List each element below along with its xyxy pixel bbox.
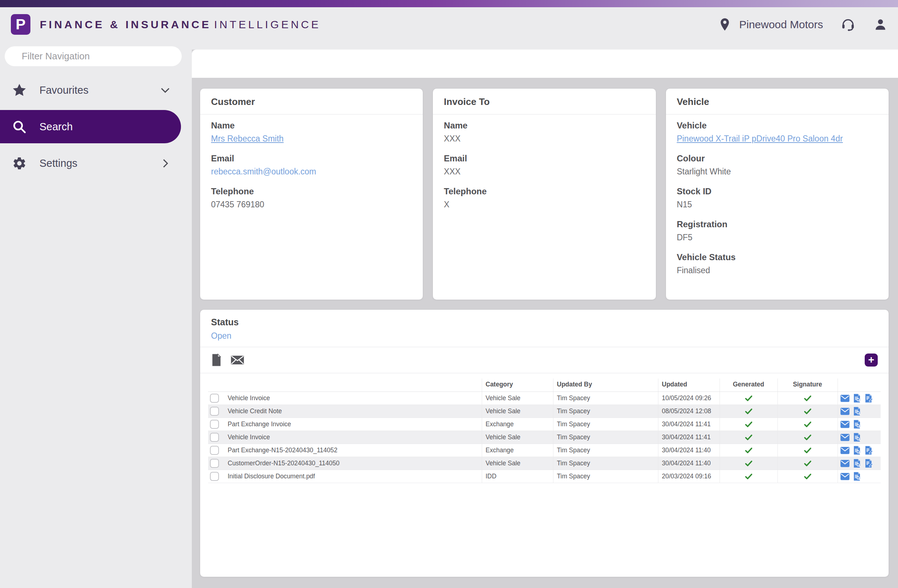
- generated-cell: [720, 444, 778, 457]
- updated-by-cell: Tim Spacey: [553, 444, 658, 457]
- header-right: Pinewood Motors: [718, 17, 887, 32]
- updated-by-cell: Tim Spacey: [553, 392, 658, 405]
- check-icon: [744, 433, 753, 441]
- generate-document-icon[interactable]: [211, 353, 222, 367]
- row-checkbox[interactable]: [210, 420, 219, 429]
- field-value: 07435 769180: [211, 200, 412, 209]
- status-panel-head: Status Open: [200, 310, 889, 347]
- add-document-label: +: [868, 354, 875, 365]
- category-cell: Vehicle Sale: [482, 392, 553, 405]
- table-row: Part Exchange InvoiceExchangeTim Spacey3…: [208, 418, 881, 431]
- field-value[interactable]: rebecca.smith@outlook.com: [211, 167, 412, 177]
- invoice-to-card: Invoice To NameXXXEmailXXXTelephoneX: [433, 89, 655, 299]
- category-cell: Vehicle Sale: [482, 405, 553, 418]
- send-email-icon[interactable]: [231, 355, 244, 365]
- column-header-signature: Signature: [778, 379, 838, 392]
- column-header-actions: [838, 379, 881, 392]
- email-document-icon[interactable]: [840, 419, 850, 429]
- edit-document-icon[interactable]: [864, 459, 874, 468]
- dealer-name[interactable]: Pinewood Motors: [739, 18, 823, 31]
- row-checkbox[interactable]: [210, 459, 219, 468]
- row-checkbox[interactable]: [210, 433, 219, 442]
- email-document-icon[interactable]: [840, 445, 850, 455]
- field-value: XXX: [444, 134, 644, 144]
- generated-cell: [720, 418, 778, 431]
- page-content: Customer NameMrs Rebecca SmithEmailrebec…: [192, 78, 898, 577]
- row-actions: [838, 470, 881, 483]
- chevron-down-icon: [160, 84, 171, 96]
- document-name-cell: Vehicle Credit Note: [224, 405, 482, 418]
- edit-document-icon[interactable]: [864, 393, 874, 403]
- updated-by-cell: Tim Spacey: [553, 405, 658, 418]
- row-checkbox[interactable]: [210, 394, 219, 403]
- view-document-icon[interactable]: [852, 471, 862, 481]
- sidebar-item-favourites[interactable]: Favourites: [0, 74, 181, 107]
- sidebar-item-settings[interactable]: Settings: [0, 147, 181, 180]
- updated-by-cell: Tim Spacey: [553, 431, 658, 444]
- field-email: EmailXXX: [444, 154, 644, 177]
- category-cell: Exchange: [482, 444, 553, 457]
- check-icon: [804, 407, 812, 415]
- email-document-icon[interactable]: [840, 393, 850, 403]
- view-document-icon[interactable]: [852, 393, 862, 403]
- view-document-icon[interactable]: [852, 445, 862, 455]
- status-value-link[interactable]: Open: [211, 331, 231, 341]
- app-header: P FINANCE & INSURANCEINTELLIGENCE Pinewo…: [0, 7, 898, 41]
- row-checkbox[interactable]: [210, 407, 219, 416]
- edit-document-icon[interactable]: [864, 445, 874, 455]
- field-label: Registration: [677, 219, 878, 229]
- view-document-icon[interactable]: [852, 459, 862, 468]
- documents-table-body: Vehicle InvoiceVehicle SaleTim Spacey10/…: [208, 392, 881, 483]
- document-name-cell: CustomerOrder-N15-20240430_114050: [224, 457, 482, 470]
- sidebar-item-label: Settings: [40, 157, 77, 169]
- filter-navigation-input[interactable]: [5, 46, 182, 66]
- view-document-icon[interactable]: [852, 432, 862, 442]
- pinewood-logo: P: [11, 14, 31, 35]
- generated-cell: [720, 457, 778, 470]
- sidebar-item-label: Search: [40, 121, 73, 133]
- email-document-icon[interactable]: [840, 406, 850, 416]
- row-actions: [838, 405, 881, 418]
- row-actions: [838, 431, 881, 444]
- check-icon: [804, 446, 812, 454]
- field-value: X: [444, 200, 644, 209]
- column-header-updated-by: Updated By: [553, 379, 658, 392]
- field-label: Telephone: [444, 186, 644, 197]
- field-registration: RegistrationDF5: [677, 219, 878, 243]
- add-document-button[interactable]: +: [865, 353, 878, 367]
- field-value[interactable]: Pinewood X-Trail iP pDrive40 Pro Saloon …: [677, 134, 878, 144]
- signature-cell: [778, 444, 838, 457]
- signature-cell: [778, 392, 838, 405]
- header-strip: [192, 41, 898, 49]
- search-icon: [12, 120, 27, 134]
- field-vehicle: VehiclePinewood X-Trail iP pDrive40 Pro …: [677, 120, 878, 144]
- invoice-to-card-body: NameXXXEmailXXXTelephoneX: [433, 115, 655, 227]
- updated-cell: 20/03/2024 09:16: [658, 470, 720, 483]
- email-document-icon[interactable]: [840, 459, 850, 468]
- row-checkbox[interactable]: [210, 446, 219, 455]
- field-telephone: TelephoneX: [444, 186, 644, 209]
- category-cell: Vehicle Sale: [482, 457, 553, 470]
- email-document-icon[interactable]: [840, 471, 850, 481]
- updated-cell: 30/04/2024 11:40: [658, 444, 720, 457]
- field-value: XXX: [444, 167, 644, 177]
- field-name: NameMrs Rebecca Smith: [211, 120, 412, 144]
- field-value[interactable]: Mrs Rebecca Smith: [211, 134, 412, 144]
- updated-cell: 30/04/2024 11:40: [658, 457, 720, 470]
- support-headset-icon[interactable]: [840, 17, 856, 32]
- sidebar-item-search[interactable]: Search: [0, 110, 181, 143]
- vehicle-card: Vehicle VehiclePinewood X-Trail iP pDriv…: [666, 89, 889, 299]
- view-document-icon[interactable]: [852, 406, 862, 416]
- user-avatar-icon[interactable]: [874, 18, 887, 31]
- row-checkbox[interactable]: [210, 472, 219, 481]
- customer-card-body: NameMrs Rebecca SmithEmailrebecca.smith@…: [200, 115, 423, 227]
- view-document-icon[interactable]: [852, 419, 862, 429]
- customer-card: Customer NameMrs Rebecca SmithEmailrebec…: [200, 89, 423, 299]
- email-document-icon[interactable]: [840, 432, 850, 442]
- invoice-to-card-title: Invoice To: [433, 89, 655, 115]
- check-icon: [804, 394, 812, 402]
- field-value: DF5: [677, 233, 878, 243]
- check-icon: [744, 472, 753, 481]
- field-vehicle-status: Vehicle StatusFinalised: [677, 252, 878, 275]
- app-title: FINANCE & INSURANCEINTELLIGENCE: [40, 18, 321, 31]
